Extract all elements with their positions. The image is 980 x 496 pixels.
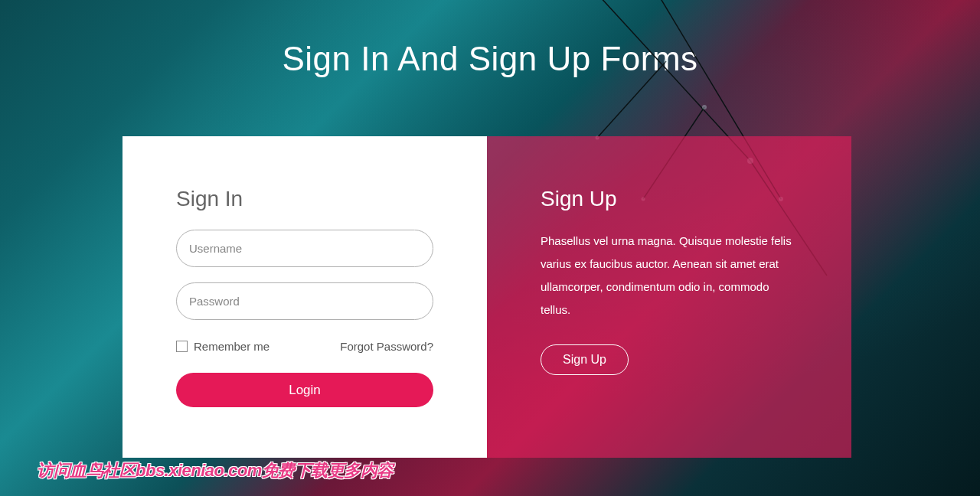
password-input[interactable]	[176, 282, 433, 320]
signup-button[interactable]: Sign Up	[541, 344, 629, 375]
signup-description: Phasellus vel urna magna. Quisque molest…	[541, 230, 798, 321]
checkbox-icon	[176, 341, 188, 352]
signin-heading: Sign In	[176, 187, 433, 211]
username-input[interactable]	[176, 230, 433, 267]
signup-panel: Sign Up Phasellus vel urna magna. Quisqu…	[487, 136, 851, 458]
footer-watermark: 访问血鸟社区bbs.xieniao.com免费下载更多内容	[37, 459, 394, 482]
remember-me-checkbox[interactable]: Remember me	[176, 340, 270, 353]
auth-card: Sign In Remember me Forgot Password? Log…	[122, 136, 851, 458]
login-button[interactable]: Login	[176, 373, 433, 407]
page-title: Sign In And Sign Up Forms	[0, 0, 980, 78]
remember-me-label: Remember me	[194, 340, 270, 353]
signin-options-row: Remember me Forgot Password?	[176, 340, 433, 353]
signup-heading: Sign Up	[541, 187, 798, 211]
forgot-password-link[interactable]: Forgot Password?	[340, 340, 433, 353]
signin-panel: Sign In Remember me Forgot Password? Log…	[122, 136, 487, 458]
svg-point-3	[702, 105, 707, 109]
